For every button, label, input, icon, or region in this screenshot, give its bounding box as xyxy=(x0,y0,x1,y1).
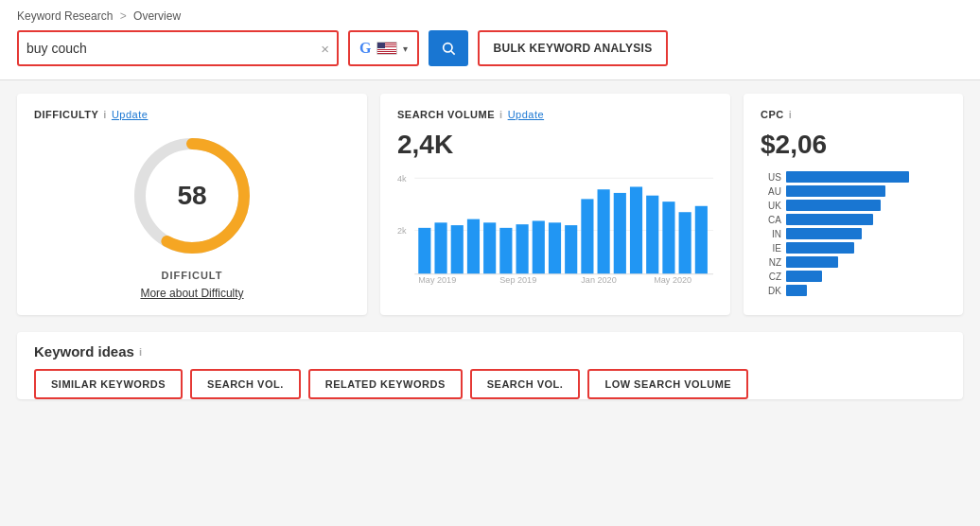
svg-rect-19 xyxy=(598,189,610,274)
svg-rect-15 xyxy=(533,220,545,273)
cpc-country-label: DK xyxy=(761,286,781,296)
cpc-bar xyxy=(786,185,885,197)
cpc-bar-row: CZ xyxy=(761,271,946,282)
cpc-bar-row: US xyxy=(761,171,946,183)
svg-text:Jan 2020: Jan 2020 xyxy=(581,275,617,285)
cpc-country-label: AU xyxy=(761,186,781,197)
cpc-bar-row: AU xyxy=(761,185,946,197)
cards-row: DIFFICULTY i Update 58 DIFFICULT More ab… xyxy=(17,94,963,315)
svg-rect-24 xyxy=(679,212,691,274)
keyword-ideas-tabs: SIMILAR KEYWORDSSEARCH VOL.RELATED KEYWO… xyxy=(34,369,946,399)
svg-rect-17 xyxy=(565,225,577,274)
svg-rect-11 xyxy=(467,219,480,274)
svg-text:4k: 4k xyxy=(397,174,407,184)
cpc-country-label: NZ xyxy=(761,257,781,268)
search-bar-row: × G ▾ BULK KEYWORD ANALYSIS xyxy=(17,30,963,79)
clear-icon[interactable]: × xyxy=(321,41,329,57)
svg-text:Sep 2019: Sep 2019 xyxy=(499,275,536,285)
svg-rect-21 xyxy=(630,186,642,273)
cpc-info-icon[interactable]: i xyxy=(789,109,793,120)
difficulty-update-link[interactable]: Update xyxy=(112,109,148,120)
volume-title: SEARCH VOLUME xyxy=(397,109,495,120)
cpc-card-header: CPC i xyxy=(761,109,946,120)
keyword-ideas-title: Keyword ideas xyxy=(34,343,134,359)
cpc-bar xyxy=(786,171,909,183)
more-about-difficulty-link[interactable]: More about Difficulty xyxy=(140,287,243,300)
breadcrumb-current: Overview xyxy=(133,9,181,23)
search-icon xyxy=(441,41,456,56)
cpc-bar-row: IN xyxy=(761,228,946,239)
cpc-country-label: IE xyxy=(761,243,781,254)
cpc-country-label: US xyxy=(761,172,781,183)
svg-rect-8 xyxy=(418,228,430,274)
volume-value: 2,4K xyxy=(397,130,713,160)
difficulty-value: 58 xyxy=(177,181,206,211)
volume-info-icon[interactable]: i xyxy=(499,109,503,120)
cpc-bar xyxy=(786,228,862,239)
difficulty-card-header: DIFFICULTY i Update xyxy=(34,109,350,120)
breadcrumb: Keyword Research > Overview xyxy=(17,9,963,30)
svg-rect-14 xyxy=(516,224,529,274)
keyword-ideas-info-icon[interactable]: i xyxy=(139,346,142,358)
svg-rect-20 xyxy=(614,193,626,274)
svg-rect-10 xyxy=(451,225,464,274)
tab-similar[interactable]: SIMILAR KEYWORDS xyxy=(34,369,183,399)
svg-text:2k: 2k xyxy=(397,227,407,237)
search-input[interactable] xyxy=(26,41,321,56)
cpc-bar xyxy=(786,271,822,282)
bulk-keyword-button[interactable]: BULK KEYWORD ANALYSIS xyxy=(478,30,667,66)
main-content: DIFFICULTY i Update 58 DIFFICULT More ab… xyxy=(0,80,980,412)
cpc-bar xyxy=(786,214,873,225)
cpc-bar-row: UK xyxy=(761,200,946,211)
cpc-bar xyxy=(786,242,854,254)
cpc-bar-row: IE xyxy=(761,242,946,254)
cpc-bar xyxy=(786,256,838,268)
volume-update-link[interactable]: Update xyxy=(508,109,544,120)
breadcrumb-separator: > xyxy=(120,9,127,23)
tab-searchvol2[interactable]: SEARCH VOL. xyxy=(470,369,581,399)
cpc-bar xyxy=(786,285,807,296)
svg-text:May 2020: May 2020 xyxy=(654,275,691,285)
breadcrumb-parent[interactable]: Keyword Research xyxy=(17,9,113,23)
difficulty-title: DIFFICULTY xyxy=(34,109,98,120)
cpc-country-label: IN xyxy=(761,229,781,239)
volume-bar-chart: 4k 2k xyxy=(397,169,713,292)
difficulty-donut: 58 xyxy=(126,130,258,262)
svg-line-1 xyxy=(451,51,455,55)
cpc-country-label: CA xyxy=(761,215,781,225)
us-flag-icon xyxy=(376,42,397,55)
cpc-country-label: UK xyxy=(761,201,781,211)
svg-rect-22 xyxy=(646,196,658,274)
cpc-title: CPC xyxy=(761,109,784,120)
volume-chart-svg: 4k 2k xyxy=(397,169,713,283)
svg-rect-23 xyxy=(662,202,674,274)
svg-text:May 2019: May 2019 xyxy=(418,275,456,285)
tab-low[interactable]: LOW SEARCH VOLUME xyxy=(587,369,748,399)
svg-rect-18 xyxy=(581,199,593,273)
cpc-card: CPC i $2,06 US AU UK CA IN IE NZ CZ DK xyxy=(744,94,963,315)
keyword-ideas-section: Keyword ideas i SIMILAR KEYWORDSSEARCH V… xyxy=(17,332,963,399)
google-logo: G xyxy=(359,40,371,57)
tab-related[interactable]: RELATED KEYWORDS xyxy=(308,369,463,399)
cpc-bar-row: DK xyxy=(761,285,946,296)
tab-searchvol1[interactable]: SEARCH VOL. xyxy=(190,369,301,399)
volume-card-header: SEARCH VOLUME i Update xyxy=(397,109,713,120)
svg-rect-25 xyxy=(695,206,708,274)
svg-rect-12 xyxy=(483,222,496,273)
chevron-down-icon: ▾ xyxy=(403,44,408,54)
cpc-bar-row: CA xyxy=(761,214,946,225)
difficulty-card: DIFFICULTY i Update 58 DIFFICULT More ab… xyxy=(17,94,367,315)
svg-rect-13 xyxy=(499,228,512,274)
engine-selector[interactable]: G ▾ xyxy=(348,30,419,66)
svg-rect-9 xyxy=(434,222,446,273)
search-volume-card: SEARCH VOLUME i Update 2,4K 4k 2k xyxy=(380,94,730,315)
difficulty-info-icon[interactable]: i xyxy=(103,109,107,120)
cpc-bar-row: NZ xyxy=(761,256,946,268)
keyword-ideas-header: Keyword ideas i xyxy=(34,343,946,359)
cpc-bar-chart: US AU UK CA IN IE NZ CZ DK xyxy=(761,171,946,296)
svg-point-0 xyxy=(444,44,452,52)
svg-rect-16 xyxy=(549,222,561,273)
search-button[interactable] xyxy=(429,30,468,66)
cpc-country-label: CZ xyxy=(761,272,781,282)
search-input-wrapper[interactable]: × xyxy=(17,30,339,66)
